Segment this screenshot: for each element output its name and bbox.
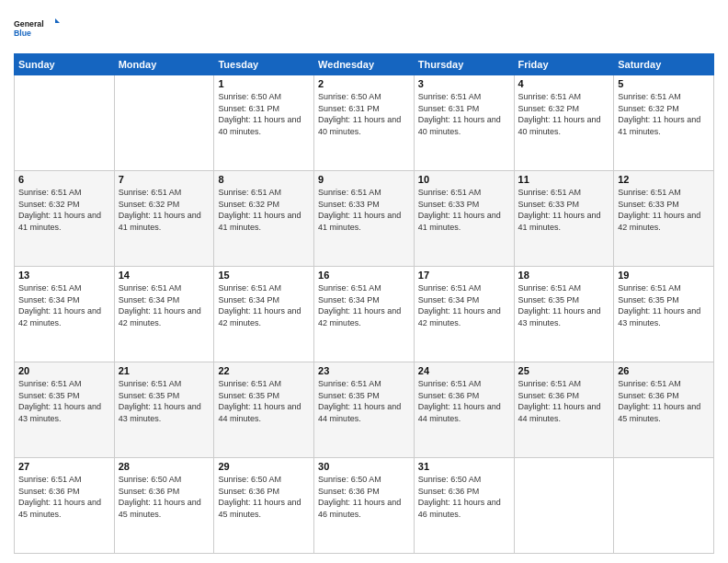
calendar-cell: 9Sunrise: 6:51 AM Sunset: 6:33 PM Daylig… (314, 171, 415, 267)
header-sunday: Sunday (15, 54, 115, 75)
day-info: Sunrise: 6:51 AM Sunset: 6:32 PM Dayligh… (618, 91, 710, 137)
day-number: 29 (218, 461, 310, 472)
day-info: Sunrise: 6:51 AM Sunset: 6:36 PM Dayligh… (618, 378, 710, 424)
day-number: 26 (618, 365, 710, 376)
day-info: Sunrise: 6:50 AM Sunset: 6:36 PM Dayligh… (418, 474, 510, 520)
day-number: 31 (418, 461, 510, 472)
calendar-cell: 30Sunrise: 6:50 AM Sunset: 6:36 PM Dayli… (314, 458, 415, 554)
day-info: Sunrise: 6:51 AM Sunset: 6:36 PM Dayligh… (518, 378, 610, 424)
svg-text:Blue: Blue (14, 29, 31, 38)
day-info: Sunrise: 6:51 AM Sunset: 6:33 PM Dayligh… (518, 187, 610, 233)
day-number: 7 (119, 174, 210, 185)
day-number: 16 (318, 270, 410, 281)
header-saturday: Saturday (614, 54, 714, 75)
day-number: 9 (318, 174, 410, 185)
calendar-header-row: SundayMondayTuesdayWednesdayThursdayFrid… (15, 54, 714, 75)
day-info: Sunrise: 6:51 AM Sunset: 6:36 PM Dayligh… (418, 378, 510, 424)
calendar-cell: 7Sunrise: 6:51 AM Sunset: 6:32 PM Daylig… (114, 171, 214, 267)
calendar-cell: 31Sunrise: 6:50 AM Sunset: 6:36 PM Dayli… (414, 458, 514, 554)
week-row-5: 27Sunrise: 6:51 AM Sunset: 6:36 PM Dayli… (15, 458, 714, 554)
week-row-4: 20Sunrise: 6:51 AM Sunset: 6:35 PM Dayli… (15, 362, 714, 458)
day-number: 28 (119, 461, 210, 472)
calendar-cell: 23Sunrise: 6:51 AM Sunset: 6:35 PM Dayli… (314, 362, 415, 458)
day-info: Sunrise: 6:51 AM Sunset: 6:34 PM Dayligh… (18, 282, 110, 328)
day-info: Sunrise: 6:51 AM Sunset: 6:34 PM Dayligh… (418, 282, 510, 328)
day-info: Sunrise: 6:51 AM Sunset: 6:31 PM Dayligh… (418, 91, 510, 137)
day-number: 21 (119, 365, 210, 376)
calendar-cell (514, 458, 614, 554)
calendar-cell: 12Sunrise: 6:51 AM Sunset: 6:33 PM Dayli… (614, 171, 714, 267)
calendar-table: SundayMondayTuesdayWednesdayThursdayFrid… (14, 53, 714, 554)
day-info: Sunrise: 6:50 AM Sunset: 6:36 PM Dayligh… (119, 474, 210, 520)
day-number: 14 (119, 270, 210, 281)
day-info: Sunrise: 6:51 AM Sunset: 6:35 PM Dayligh… (518, 282, 610, 328)
calendar-cell (614, 458, 714, 554)
calendar-cell: 28Sunrise: 6:50 AM Sunset: 6:36 PM Dayli… (114, 458, 214, 554)
day-info: Sunrise: 6:50 AM Sunset: 6:36 PM Dayligh… (218, 474, 310, 520)
day-info: Sunrise: 6:51 AM Sunset: 6:35 PM Dayligh… (119, 378, 210, 424)
calendar-cell: 8Sunrise: 6:51 AM Sunset: 6:32 PM Daylig… (214, 171, 314, 267)
day-number: 6 (18, 174, 110, 185)
day-info: Sunrise: 6:50 AM Sunset: 6:31 PM Dayligh… (218, 91, 310, 137)
calendar-cell: 19Sunrise: 6:51 AM Sunset: 6:35 PM Dayli… (614, 267, 714, 362)
calendar-cell: 22Sunrise: 6:51 AM Sunset: 6:35 PM Dayli… (214, 362, 314, 458)
calendar-cell: 4Sunrise: 6:51 AM Sunset: 6:32 PM Daylig… (514, 75, 614, 171)
calendar-cell: 27Sunrise: 6:51 AM Sunset: 6:36 PM Dayli… (15, 458, 115, 554)
day-number: 27 (18, 461, 110, 472)
calendar-cell: 2Sunrise: 6:50 AM Sunset: 6:31 PM Daylig… (314, 75, 415, 171)
calendar-cell: 6Sunrise: 6:51 AM Sunset: 6:32 PM Daylig… (15, 171, 115, 267)
day-number: 1 (218, 78, 310, 89)
day-info: Sunrise: 6:51 AM Sunset: 6:34 PM Dayligh… (119, 282, 210, 328)
day-info: Sunrise: 6:50 AM Sunset: 6:31 PM Dayligh… (318, 91, 410, 137)
calendar-cell: 21Sunrise: 6:51 AM Sunset: 6:35 PM Dayli… (114, 362, 214, 458)
calendar-cell: 29Sunrise: 6:50 AM Sunset: 6:36 PM Dayli… (214, 458, 314, 554)
calendar-cell: 25Sunrise: 6:51 AM Sunset: 6:36 PM Dayli… (514, 362, 614, 458)
day-number: 20 (18, 365, 110, 376)
calendar-cell: 10Sunrise: 6:51 AM Sunset: 6:33 PM Dayli… (414, 171, 514, 267)
day-info: Sunrise: 6:51 AM Sunset: 6:34 PM Dayligh… (318, 282, 410, 328)
header-thursday: Thursday (414, 54, 514, 75)
day-number: 24 (418, 365, 510, 376)
calendar-cell: 11Sunrise: 6:51 AM Sunset: 6:33 PM Dayli… (514, 171, 614, 267)
calendar-cell: 16Sunrise: 6:51 AM Sunset: 6:34 PM Dayli… (314, 267, 415, 362)
calendar-cell: 1Sunrise: 6:50 AM Sunset: 6:31 PM Daylig… (214, 75, 314, 171)
day-info: Sunrise: 6:51 AM Sunset: 6:32 PM Dayligh… (18, 187, 110, 233)
day-info: Sunrise: 6:51 AM Sunset: 6:36 PM Dayligh… (18, 474, 110, 520)
svg-marker-2 (55, 18, 60, 23)
calendar-cell (15, 75, 115, 171)
calendar-cell: 13Sunrise: 6:51 AM Sunset: 6:34 PM Dayli… (15, 267, 115, 362)
day-number: 30 (318, 461, 410, 472)
header-friday: Friday (514, 54, 614, 75)
day-number: 22 (218, 365, 310, 376)
day-info: Sunrise: 6:51 AM Sunset: 6:35 PM Dayligh… (18, 378, 110, 424)
day-number: 18 (518, 270, 610, 281)
day-info: Sunrise: 6:51 AM Sunset: 6:32 PM Dayligh… (518, 91, 610, 137)
calendar-cell: 3Sunrise: 6:51 AM Sunset: 6:31 PM Daylig… (414, 75, 514, 171)
day-info: Sunrise: 6:50 AM Sunset: 6:36 PM Dayligh… (318, 474, 410, 520)
calendar-cell: 17Sunrise: 6:51 AM Sunset: 6:34 PM Dayli… (414, 267, 514, 362)
calendar-cell: 14Sunrise: 6:51 AM Sunset: 6:34 PM Dayli… (114, 267, 214, 362)
day-info: Sunrise: 6:51 AM Sunset: 6:34 PM Dayligh… (218, 282, 310, 328)
day-info: Sunrise: 6:51 AM Sunset: 6:33 PM Dayligh… (318, 187, 410, 233)
day-number: 23 (318, 365, 410, 376)
day-number: 11 (518, 174, 610, 185)
day-number: 5 (618, 78, 710, 89)
week-row-1: 1Sunrise: 6:50 AM Sunset: 6:31 PM Daylig… (15, 75, 714, 171)
svg-text:General: General (14, 19, 44, 29)
header-wednesday: Wednesday (314, 54, 415, 75)
day-info: Sunrise: 6:51 AM Sunset: 6:32 PM Dayligh… (119, 187, 210, 233)
day-info: Sunrise: 6:51 AM Sunset: 6:32 PM Dayligh… (218, 187, 310, 233)
header: General Blue (14, 9, 714, 46)
logo: General Blue (14, 9, 60, 46)
calendar-cell: 26Sunrise: 6:51 AM Sunset: 6:36 PM Dayli… (614, 362, 714, 458)
week-row-3: 13Sunrise: 6:51 AM Sunset: 6:34 PM Dayli… (15, 267, 714, 362)
page: General Blue SundayMondayTuesdayWednesda… (0, 0, 728, 563)
day-number: 19 (618, 270, 710, 281)
logo-svg: General Blue (14, 9, 60, 46)
calendar-cell (114, 75, 214, 171)
day-number: 4 (518, 78, 610, 89)
header-tuesday: Tuesday (214, 54, 314, 75)
day-number: 13 (18, 270, 110, 281)
calendar-cell: 15Sunrise: 6:51 AM Sunset: 6:34 PM Dayli… (214, 267, 314, 362)
week-row-2: 6Sunrise: 6:51 AM Sunset: 6:32 PM Daylig… (15, 171, 714, 267)
